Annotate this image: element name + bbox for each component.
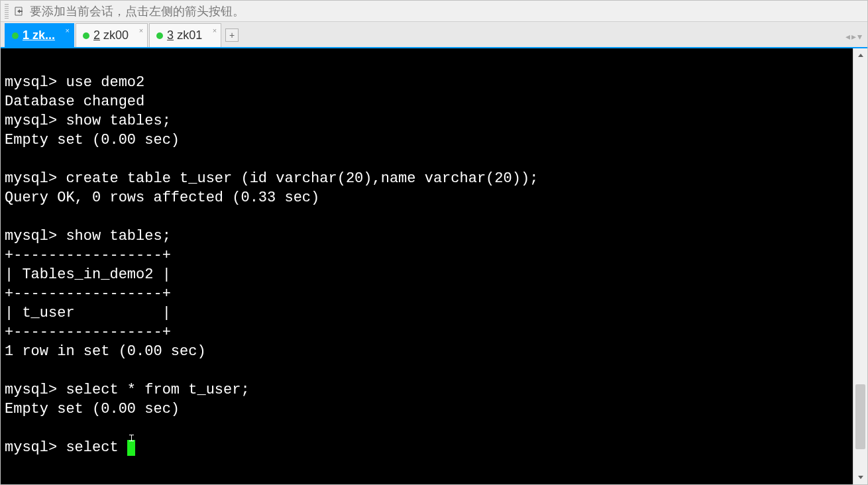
terminal-container: mysql> use demo2Database changedmysql> s… [1,48,867,484]
tab-3[interactable]: 3 zk01 × [149,23,221,47]
close-icon[interactable]: × [139,27,143,34]
arrow-add-icon[interactable] [14,6,26,17]
terminal-line [5,54,849,73]
tab-label: 2 zk00 [93,28,129,42]
terminal-line: | Tables_in_demo2 | [5,265,849,284]
terminal-line [5,361,849,380]
hint-text: 要添加当前会话，点击左侧的箭头按钮。 [30,3,244,19]
cursor [127,440,135,456]
hint-bar: 要添加当前会话，点击左侧的箭头按钮。 [1,1,867,22]
tab-label: 3 zk01 [167,28,202,42]
add-tab-button[interactable]: + [225,28,239,42]
terminal-line: Empty set (0.00 sec) [5,400,849,419]
terminal-line: | t_user | [5,303,849,323]
tab-menu-icon[interactable]: ▾ [857,31,862,42]
terminal-line: mysql> show tables; [5,227,849,246]
scrollbar[interactable] [853,48,867,484]
close-icon[interactable]: × [66,27,70,34]
terminal-line: mysql> create table t_user (id varchar(2… [5,169,849,188]
tab-prev-icon[interactable]: ◂ [845,31,850,42]
terminal-line: +-----------------+ [5,284,849,303]
terminal-line: +-----------------+ [5,246,849,265]
terminal-line: 1 row in set (0.00 sec) [5,342,849,361]
terminal-line: Query OK, 0 rows affected (0.33 sec) [5,188,849,207]
terminal-line: mysql> show tables; [5,111,849,131]
terminal-line: mysql> use demo2 [5,73,849,92]
status-dot-icon [83,32,89,39]
scroll-up-icon[interactable] [853,48,868,63]
terminal-line: Database changed [5,92,849,111]
scrollbar-track[interactable] [853,63,867,470]
tab-bar: 1 zk... × 2 zk00 × 3 zk01 × + ◂ ▸ ▾ [1,22,867,48]
close-icon[interactable]: × [213,27,217,34]
status-dot-icon [12,32,19,39]
terminal-line [5,150,849,169]
terminal-line [5,207,849,227]
terminal-prompt-line: mysql> select [5,438,849,457]
scrollbar-thumb[interactable] [855,384,865,449]
status-dot-icon [156,32,163,39]
terminal-line: mysql> select * from t_user; [5,380,849,400]
tab-next-icon[interactable]: ▸ [851,31,856,42]
tab-nav: ◂ ▸ ▾ [845,31,862,42]
terminal-line: Empty set (0.00 sec) [5,131,849,150]
tab-1[interactable]: 1 zk... × [5,23,74,47]
tab-2[interactable]: 2 zk00 × [76,23,148,47]
terminal-line: +-----------------+ [5,323,849,342]
terminal[interactable]: mysql> use demo2Database changedmysql> s… [1,48,853,484]
tab-label: 1 zk... [23,28,55,42]
grip-handle[interactable] [5,4,9,19]
scroll-down-icon[interactable] [853,470,868,484]
